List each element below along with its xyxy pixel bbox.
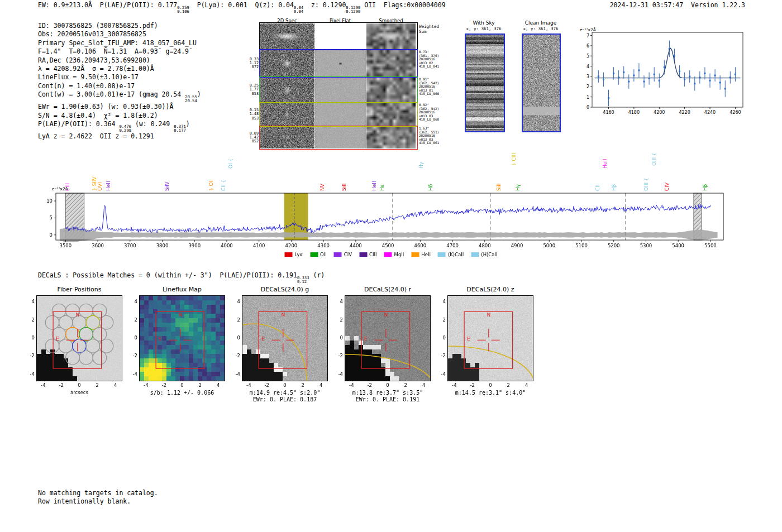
x-tick-label: -4 [345,382,358,388]
spec2d-image [260,23,314,49]
legend-swatch [471,252,479,257]
y-tick-label: 5 [586,54,589,59]
y-tick-label: 2 [229,317,240,323]
text-run: DECaLS : Possible Matches = 0 (within +/… [38,271,297,279]
data-point [735,74,736,75]
emission-line-marker: Hβ [702,184,708,191]
y-tick-label: 2 [23,317,35,323]
legend-label: MgII [394,252,404,257]
hi-lo-stack: 0.3330.12 [297,276,309,284]
fit-curve [595,49,741,78]
y-tick-label: -4 [332,371,343,377]
data-point [684,79,685,80]
legend-label: CIII [369,252,376,257]
x-tick-label: 2 [193,382,207,388]
fiber-weight-labels: 0.331.12072 [246,57,259,70]
legend-label: CIV [344,252,352,257]
zoom-plot-frame [592,32,743,107]
text-run: λ = 4208.92Å σ = 2.78(±1.00)Å [38,65,154,73]
y-tick-label: 6 [586,44,589,49]
x-tick-label: 0 [484,382,497,388]
y-tick-label: -2 [126,353,137,358]
emission-line-marker: } SiIV [92,176,97,191]
text-run: ) [186,120,190,128]
x-tick-label: -2 [363,382,376,388]
clean-image-panel: Clean Image x, y: 361, 376 [514,16,570,136]
data-point [643,81,645,83]
lo-value: 20.54 [185,99,197,103]
x-tick-label: 5400 [672,243,684,248]
emission-line-marker: CII [595,184,600,191]
detail-line: Sum [419,30,456,35]
hi-lo-stack: 0.4760.298 [119,124,131,132]
weight-value: 052 [246,140,259,143]
legend-label: (H)CaII [481,252,497,257]
emission-line-marker: Hδ [428,184,433,191]
data-point [704,73,705,74]
fiber-circle [93,351,107,365]
x-tick-label: 4 [417,382,431,388]
legend-item: CIII [359,252,376,257]
sersic-ellipse [345,354,430,381]
emission-line-marker: OI { [228,159,233,169]
legend-item: (H)CaII [471,252,497,257]
cutout-caption: m:14.5 re:3.1" s:4.0" [439,390,542,396]
y-tick-label: 4 [332,299,343,304]
fiber-weight-labels: 0.151.48053 [246,108,259,121]
y-tick-label: 1 [586,95,589,100]
withsky-title: With Sky [464,20,504,26]
text-run: EWr = 1.90(±0.63) (w: 0.93(±0.30))Å [38,103,173,111]
fiber-detail-labels: 1.63"(362, 551)20200516v013_03418_LU_061 [419,127,456,145]
spec2d-image [260,127,314,148]
emission-line-marker: Hβ [611,184,617,191]
line-fit-plot: 41604180420042204240426001234567e⁻¹⁷x2Å [579,26,746,122]
text-run: S/N = 4.8(±0.4) χ² = 1.8(±0.2) [38,112,158,119]
data-point [613,73,614,74]
clean-title: Clean Image [521,20,561,26]
x-tick-label: 3800 [156,243,169,248]
x-tick-label: 4900 [511,243,523,248]
data-point [608,97,609,99]
text-run: (w: 0.249 [131,120,174,128]
x-tick-label: 4600 [414,243,427,248]
pixel-flat-image [315,23,366,49]
compass-n: N [384,312,388,318]
emission-line-marker: NV [320,183,325,191]
legend-label: HeII [421,252,431,257]
legend-item: MgII [384,252,404,257]
hi-lo-stack: 20.5520.54 [185,95,197,103]
y-tick-label: 4 [126,299,137,304]
x-tick-label: 4100 [253,243,265,248]
emission-line-marker: HeII [371,181,377,191]
text-run: LineFlux = 9.50(±3.10)e-17 [38,73,139,81]
cutout-caption: s/b: 1.12 +/- 0.066 [131,390,233,396]
cutout-title: DECaLS(24.0) z [448,286,533,293]
text-run: Cont(n) = 1.40(±0.08)e-17 [38,82,135,90]
y-tick-label: -4 [126,371,137,377]
legend-swatch [334,252,342,257]
cutout-title: Fiber Positions [37,286,122,293]
legend-item: (K)CaII [438,252,464,257]
y-tick-label: -4 [229,371,240,377]
withsky-image [465,33,505,132]
compass-e: E [261,336,265,342]
y-tick-label: 2 [126,317,137,323]
emission-line-marker: Hγ [515,184,521,191]
spectrum-legend: LyαOIICIVCIIIMgIIHeII(K)CaII(H)CaII [285,252,498,257]
cutout-overlay-g: NE [242,296,327,381]
info-line: EWr = 1.90(±0.63) (w: 0.93(±0.30))Å [38,103,201,111]
compass-n: N [487,312,490,318]
y-tick-label: 10 [46,198,53,204]
text-run: OII Flags:0x00004009 [360,1,445,9]
spec2d-image [260,103,314,126]
pixel-flat-image [315,50,366,76]
y-tick-label: -4 [23,371,35,377]
text-run: P(Lyα): 0.001 Q(z): 0.04 [189,1,294,9]
lo-value: 0.04 [294,9,303,13]
fiber-circle [66,351,80,365]
y-tick-label: 0 [435,335,446,341]
info-line: LyA z = 2.4622 OII z = 0.1291 [38,132,201,141]
x-tick-label: 5300 [640,243,652,248]
y-tick-label: -4 [435,371,446,377]
info-line: ID: 3007856825 (3007856825.pdf) [38,22,201,30]
